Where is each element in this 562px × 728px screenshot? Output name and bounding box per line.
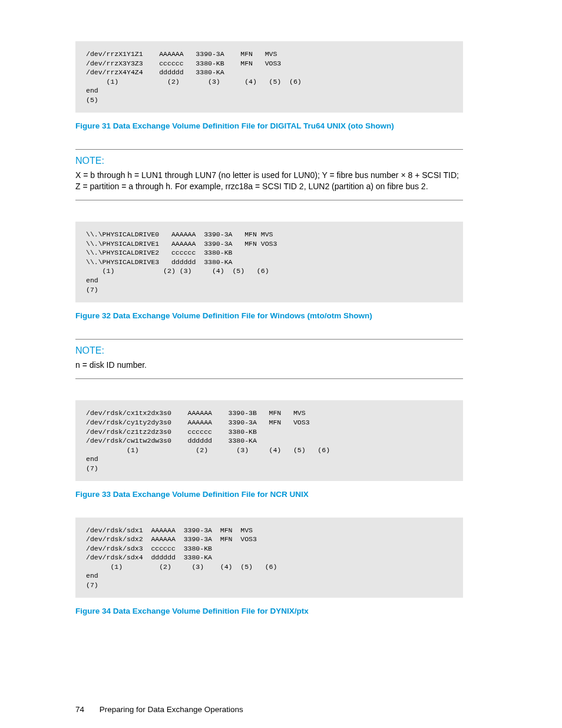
figure-31-caption: Figure 31 Data Exchange Volume Definitio… [75,121,463,131]
figure-32-caption: Figure 32 Data Exchange Volume Definitio… [75,311,463,321]
note-block-2: NOTE: n = disk ID number. [75,339,463,380]
note-label: NOTE: [75,345,463,356]
code-block-1: /dev/rrzX1Y1Z1 AAAAAA 3390-3A MFN MVS /d… [75,41,463,113]
page-footer: 74 Preparing for Data Exchange Operation… [75,705,243,714]
note-body: X = b through h = LUN1 through LUN7 (no … [75,170,463,192]
code-block-3: /dev/rdsk/cx1tx2dx3s0 AAAAAA 3390-3B MFN… [75,400,463,481]
note-block-1: NOTE: X = b through h = LUN1 through LUN… [75,149,463,201]
figure-33-caption: Figure 33 Data Exchange Volume Definitio… [75,489,463,500]
note-body: n = disk ID number. [75,360,463,371]
note-label: NOTE: [75,156,463,166]
page-number: 74 [75,705,84,714]
code-block-4: /dev/rdsk/sdx1 AAAAAA 3390-3A MFN MVS /d… [75,518,463,598]
code-block-2: \\.\PHYSICALDRIVE0 AAAAAA 3390-3A MFN MV… [75,222,463,302]
figure-34-caption: Figure 34 Data Exchange Volume Definitio… [75,606,463,617]
footer-title: Preparing for Data Exchange Operations [100,705,243,714]
